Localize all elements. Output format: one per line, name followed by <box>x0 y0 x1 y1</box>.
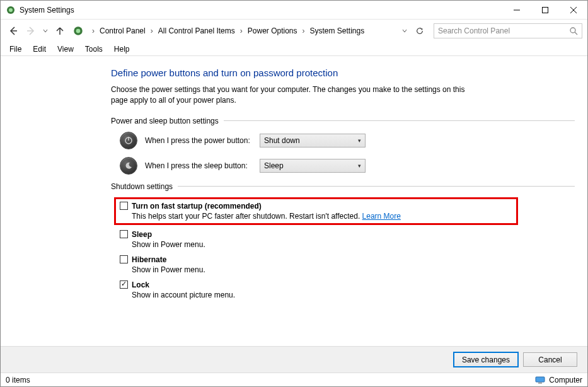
search-icon <box>569 26 578 35</box>
fast-startup-checkbox[interactable] <box>120 202 128 210</box>
sleep-button-label: When I press the sleep button: <box>145 161 252 170</box>
menu-bar: File Edit View Tools Help <box>1 42 587 56</box>
menu-edit[interactable]: Edit <box>28 43 51 55</box>
fast-startup-title: Turn on fast startup (recommended) <box>132 202 262 211</box>
sleep-checkbox[interactable] <box>120 230 128 238</box>
maximize-button[interactable] <box>531 1 559 19</box>
refresh-button[interactable] <box>412 23 427 38</box>
up-button[interactable] <box>52 23 67 38</box>
chevron-right-icon: › <box>91 26 96 35</box>
hibernate-checkbox[interactable] <box>120 255 128 263</box>
window-title: System Settings <box>20 6 74 14</box>
status-items-count: 0 items <box>6 376 30 384</box>
status-bar: 0 items Computer <box>1 373 587 386</box>
computer-icon <box>535 376 545 384</box>
breadcrumb-item[interactable]: Power Options <box>245 25 300 37</box>
section-shutdown: Shutdown settings <box>111 182 575 191</box>
status-location: Computer <box>549 376 582 384</box>
chevron-right-icon: › <box>149 26 154 35</box>
sleep-item: Sleep Show in Power menu. <box>120 229 575 250</box>
svg-rect-14 <box>536 377 545 382</box>
chevron-down-icon: ▾ <box>358 137 361 144</box>
search-placeholder: Search Control Panel <box>438 26 569 35</box>
svg-rect-3 <box>542 7 548 13</box>
svg-point-1 <box>9 8 13 12</box>
power-button-select[interactable]: Shut down ▾ <box>260 134 366 147</box>
svg-point-9 <box>76 29 81 33</box>
page-heading: Define power buttons and turn on passwor… <box>111 67 575 78</box>
breadcrumb-item[interactable]: System Settings <box>307 25 367 37</box>
fast-startup-desc: This helps start your PC faster after sh… <box>132 212 512 221</box>
section-power-sleep: Power and sleep button settings <box>111 117 575 125</box>
back-button[interactable] <box>6 23 21 38</box>
button-bar: Save changes Cancel <box>1 346 587 373</box>
sleep-title: Sleep <box>132 230 152 239</box>
page-description: Choose the power settings that you want … <box>111 84 470 107</box>
shutdown-settings-list: Turn on fast startup (recommended) This … <box>120 197 575 301</box>
svg-point-10 <box>570 28 575 33</box>
search-input[interactable]: Search Control Panel <box>434 23 582 38</box>
select-value: Sleep <box>264 161 284 170</box>
svg-rect-15 <box>538 383 542 384</box>
save-button[interactable]: Save changes <box>454 352 518 367</box>
minimize-button[interactable] <box>502 1 531 19</box>
hibernate-item: Hibernate Show in Power menu. <box>120 254 575 275</box>
learn-more-link[interactable]: Learn More <box>362 212 401 221</box>
address-dropdown-button[interactable] <box>400 24 410 38</box>
fast-startup-item: Turn on fast startup (recommended) This … <box>114 197 518 225</box>
lock-desc: Show in account picture menu. <box>132 291 575 299</box>
sleep-button-select[interactable]: Sleep ▾ <box>260 159 366 173</box>
lock-title: Lock <box>132 280 149 289</box>
menu-help[interactable]: Help <box>109 43 135 55</box>
svg-line-11 <box>575 32 577 35</box>
separator <box>178 186 575 187</box>
select-value: Shut down <box>264 136 300 145</box>
lock-checkbox[interactable] <box>120 280 128 289</box>
menu-view[interactable]: View <box>52 43 79 55</box>
sleep-icon <box>120 157 137 175</box>
chevron-right-icon: › <box>301 26 306 35</box>
cancel-button[interactable]: Cancel <box>523 352 577 367</box>
sleep-desc: Show in Power menu. <box>132 240 575 249</box>
chevron-right-icon: › <box>239 26 244 35</box>
chevron-down-icon: ▾ <box>358 163 361 169</box>
menu-file[interactable]: File <box>4 43 26 55</box>
section-label: Shutdown settings <box>111 182 173 191</box>
breadcrumb-item[interactable]: All Control Panel Items <box>156 25 238 37</box>
hibernate-desc: Show in Power menu. <box>132 265 575 274</box>
power-button-row: When I press the power button: Shut down… <box>120 132 575 149</box>
menu-tools[interactable]: Tools <box>80 43 108 55</box>
power-icon <box>120 132 137 149</box>
breadcrumb[interactable]: › Control Panel › All Control Panel Item… <box>89 23 395 38</box>
nav-bar: › Control Panel › All Control Panel Item… <box>1 20 587 42</box>
section-label: Power and sleep button settings <box>111 117 219 125</box>
hibernate-title: Hibernate <box>132 255 166 264</box>
recent-chevron-icon[interactable] <box>41 23 50 38</box>
close-button[interactable] <box>559 1 587 19</box>
location-icon <box>72 25 84 37</box>
separator <box>224 120 575 121</box>
content-area: Define power buttons and turn on passwor… <box>1 56 587 346</box>
power-button-label: When I press the power button: <box>145 136 252 145</box>
lock-item: Lock Show in account picture menu. <box>120 279 575 301</box>
forward-button[interactable] <box>23 23 38 38</box>
breadcrumb-item[interactable]: Control Panel <box>97 25 148 37</box>
title-bar: System Settings <box>1 1 587 20</box>
sleep-button-row: When I press the sleep button: Sleep ▾ <box>120 157 575 175</box>
app-icon <box>6 5 16 15</box>
